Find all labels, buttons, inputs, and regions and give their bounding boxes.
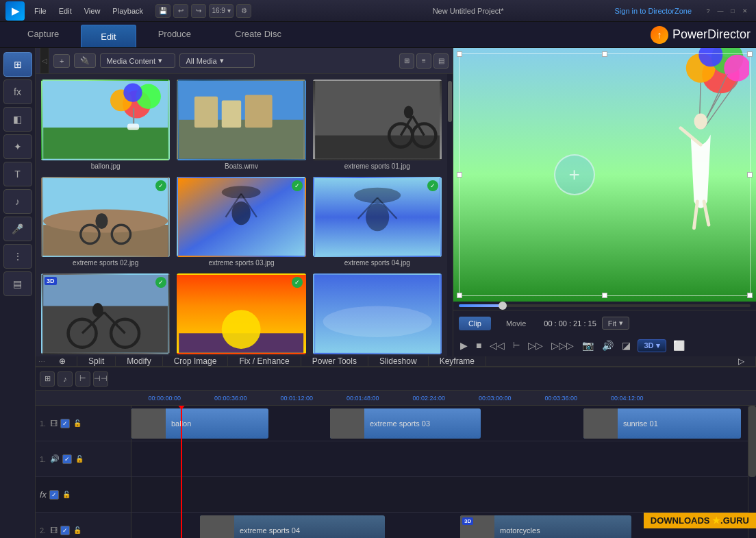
media-item-sunrise[interactable]: ✓ (177, 273, 305, 356)
minimize-btn[interactable]: — (715, 6, 726, 16)
grid-view-btn[interactable]: ⊞ (399, 53, 414, 69)
check-extreme03: ✓ (292, 180, 303, 191)
close-btn[interactable]: ✕ (740, 6, 751, 16)
sidebar-btn-subtitles[interactable]: ▤ (3, 271, 32, 296)
track-check-1a[interactable] (62, 454, 72, 464)
check-extreme02: ✓ (155, 180, 166, 191)
menu-view[interactable]: View (79, 4, 106, 18)
tl-skip-btn[interactable]: ⊣⊣ (93, 371, 108, 387)
snapshot-btn[interactable]: 📷 (581, 339, 595, 352)
clip-extreme04[interactable]: extreme sports 04 (200, 515, 385, 538)
menu-playback[interactable]: Playback (107, 4, 149, 18)
3d-mode-btn[interactable]: 3D ▾ (638, 339, 666, 352)
sub-tool-btn-crop[interactable]: Crop Image (163, 356, 229, 366)
help-btn[interactable]: ? (703, 6, 714, 16)
track-check-fx[interactable] (49, 490, 59, 500)
sidebar-btn-audio[interactable]: ♪ (3, 189, 32, 214)
track-lock-2v[interactable]: 🔓 (73, 526, 82, 535)
content-type-dropdown[interactable]: Media Content ▾ (100, 53, 175, 68)
tab-create-disc[interactable]: Create Disc (213, 22, 303, 47)
media-item-water[interactable]: water (313, 273, 442, 356)
media-item-extreme04[interactable]: ✓ (313, 177, 442, 267)
media-item-motorcycles[interactable]: 3D ✓ (41, 273, 170, 356)
sub-tool-expand-right[interactable]: ▷ (727, 356, 756, 366)
filter-dropdown[interactable]: All Media ▾ (179, 53, 255, 68)
sub-tool-btn-split[interactable]: Split (77, 356, 116, 366)
preview-add-btn[interactable]: + (554, 154, 595, 195)
tab-produce[interactable]: Produce (136, 22, 213, 47)
stop-btn[interactable]: ■ (475, 339, 483, 352)
tl-split-btn[interactable]: ⊢ (75, 371, 90, 387)
seek-thumb[interactable] (499, 302, 507, 310)
maximize-btn[interactable]: □ (727, 6, 738, 16)
clip-motorcycles[interactable]: 3D motorcycles (460, 515, 631, 538)
media-item-ballon[interactable]: ballon.jpg (41, 80, 170, 170)
sidebar-btn-mic[interactable]: 🎤 (3, 217, 32, 241)
media-scrollbar[interactable] (447, 74, 453, 356)
media-label-boats: Boats.wmv (177, 162, 305, 170)
sidebar-btn-media[interactable]: ⊞ (3, 52, 32, 77)
vol-btn[interactable]: ◪ (620, 339, 632, 352)
media-item-extreme02[interactable]: ✓ ex (41, 177, 170, 267)
sidebar-btn-text[interactable]: T (3, 162, 32, 186)
next-frame-btn[interactable]: ▷▷ (527, 339, 544, 352)
sort-btn[interactable]: ▤ (433, 53, 449, 69)
clip-sunrise[interactable]: sunrise 01 (583, 408, 741, 439)
mark-in-btn[interactable]: ⊢ (512, 339, 521, 352)
clip-ballon[interactable]: ballon (131, 408, 268, 439)
media-item-extreme03[interactable]: ✓ (177, 177, 305, 267)
track-labels: 1. 🎞 🔓 1. 🔊 🔓 fx (36, 406, 131, 538)
track-check-1v[interactable] (60, 419, 70, 428)
settings-btn[interactable]: ⚙ (236, 4, 251, 18)
sub-tool-btn-snap[interactable]: ⊕ (48, 356, 77, 366)
plugin-btn[interactable]: 🔌 (74, 53, 96, 68)
ruler-mark-2: 00:01:12:00 (264, 395, 330, 402)
sub-tool-btn-modify[interactable]: Modify (116, 356, 162, 366)
sub-tool-btn-slideshow[interactable]: Slideshow (368, 356, 429, 366)
fast-fwd-btn[interactable]: ▷▷▷ (550, 339, 575, 352)
window-controls: ? — □ ✕ (703, 6, 751, 16)
sidebar-btn-chapters[interactable]: ⋮ (3, 244, 32, 269)
sign-in-link[interactable]: Sign in to DirectorZone (615, 7, 692, 15)
svg-line-59 (694, 201, 697, 228)
seek-track[interactable] (459, 304, 751, 307)
list-view-btn[interactable]: ≡ (416, 53, 431, 69)
sub-tool-btn-power[interactable]: Power Tools (301, 356, 368, 366)
media-item-extreme01[interactable]: extreme sports 01.jpg (313, 80, 442, 170)
preview-fit-dropdown[interactable]: Fit ▾ (602, 317, 629, 330)
collapse-btn[interactable]: ◁ (40, 48, 49, 73)
tab-edit[interactable]: Edit (81, 25, 136, 47)
preview-clip-tab[interactable]: Clip (459, 317, 491, 330)
menu-edit[interactable]: Edit (53, 4, 77, 18)
sub-tool-btn-keyframe[interactable]: Keyframe (429, 356, 486, 366)
voice-btn[interactable]: 🔊 (601, 339, 615, 352)
sub-tool-btn-fix[interactable]: Fix / Enhance (228, 356, 301, 366)
redo-btn[interactable]: ↪ (191, 4, 206, 18)
playhead[interactable] (181, 406, 182, 538)
sidebar-btn-transitions[interactable]: ◧ (3, 107, 32, 132)
media-label-extreme02: extreme sports 02.jpg (41, 259, 170, 267)
track-lock-fx[interactable]: 🔓 (62, 490, 71, 500)
media-item-boats[interactable]: Boats.wmv (177, 80, 305, 170)
track-num-2v: 2. (40, 526, 46, 535)
tab-capture[interactable]: Capture (5, 22, 81, 47)
tl-fit-btn[interactable]: ⊞ (40, 371, 55, 387)
svg-point-42 (92, 303, 103, 317)
sidebar-btn-pip[interactable]: ✦ (3, 134, 32, 159)
add-media-btn[interactable]: + (53, 54, 70, 68)
menu-file[interactable]: File (29, 4, 52, 18)
track-lock-1v[interactable]: 🔓 (73, 419, 82, 428)
ratio-btn[interactable]: 16:9 ▾ (209, 4, 234, 18)
track-lock-1a[interactable]: 🔓 (75, 454, 84, 464)
sub-tool-expand-left[interactable]: ⋯ (36, 358, 48, 365)
save-btn[interactable]: 💾 (155, 4, 171, 18)
prev-frame-btn[interactable]: ◁◁ (488, 339, 506, 352)
clip-extreme03[interactable]: extreme sports 03 (330, 408, 481, 439)
full-screen-btn[interactable]: ⬜ (672, 339, 686, 352)
track-check-2v[interactable] (60, 526, 70, 535)
undo-btn[interactable]: ↩ (173, 4, 188, 18)
preview-movie-tab[interactable]: Movie (496, 317, 536, 330)
sidebar-btn-fx[interactable]: fx (3, 80, 32, 104)
tl-audio-btn[interactable]: ♪ (58, 371, 73, 387)
play-btn[interactable]: ▶ (459, 339, 469, 352)
